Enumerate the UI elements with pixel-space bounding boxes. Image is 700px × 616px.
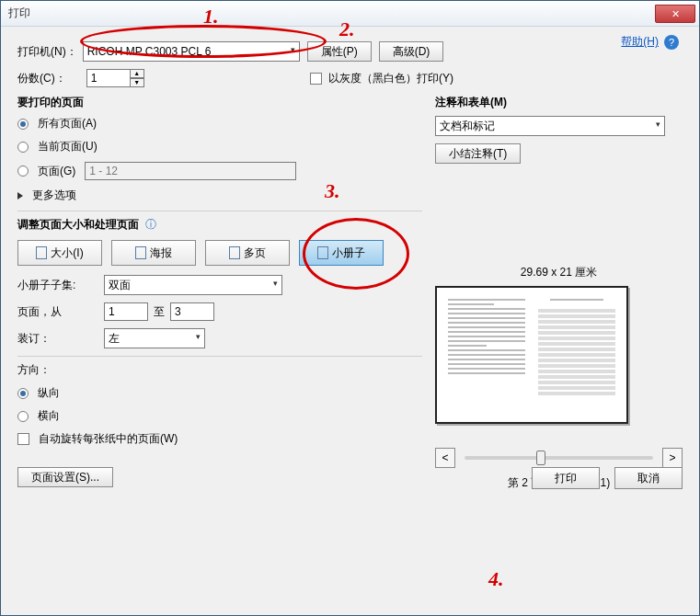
binding-select[interactable]: 左: [104, 328, 205, 348]
dialog-body: 帮助(H) ? 打印机(N)： RICOH MP C3003 PCL 6 属性(…: [1, 27, 699, 500]
comments-group: 注释和表单(M) 文档和标记 小结注释(T): [435, 95, 683, 164]
radio-all-row[interactable]: 所有页面(A): [17, 116, 422, 131]
left-column: 要打印的页面 所有页面(A) 当前页面(U) 页面(G) 1 - 12: [17, 95, 422, 491]
orient-label-row: 方向：: [17, 362, 422, 378]
printer-value: RICOH MP C3003 PCL 6: [87, 45, 212, 58]
binding-label: 装订：: [17, 331, 98, 347]
poster-icon: [135, 246, 146, 259]
next-page-button[interactable]: >: [662, 448, 683, 468]
spin-down[interactable]: ▼: [130, 78, 144, 87]
advanced-button[interactable]: 高级(D): [379, 41, 444, 62]
preview-right-page: [534, 295, 619, 415]
printer-row: 打印机(N)： RICOH MP C3003 PCL 6 属性(P) 高级(D): [17, 41, 683, 62]
grayscale-label: 以灰度（黑白色）打印(Y): [328, 72, 453, 85]
copies-label: 份数(C)：: [17, 71, 66, 86]
divider: [17, 211, 422, 211]
copies-spinner: ▲ ▼: [130, 69, 144, 87]
booklet-from-input[interactable]: 1: [104, 302, 148, 321]
divider2: [17, 356, 422, 357]
print-button[interactable]: 打印: [532, 467, 600, 489]
booklet-to-input[interactable]: 3: [170, 302, 214, 321]
more-options[interactable]: 更多选项: [17, 188, 422, 203]
help-link[interactable]: 帮助(H): [621, 34, 659, 50]
radio-current-label: 当前页面(U): [38, 139, 98, 154]
triangle-icon: [17, 192, 23, 200]
pages-to-print-group: 要打印的页面 所有页面(A) 当前页面(U) 页面(G) 1 - 12: [17, 95, 422, 203]
orient-portrait-label: 纵向: [38, 385, 60, 401]
more-options-label: 更多选项: [32, 188, 76, 203]
grayscale-option[interactable]: 以灰度（黑白色）打印(Y): [310, 71, 453, 86]
footer: 页面设置(S)... 打印 取消: [17, 467, 683, 489]
grayscale-checkbox[interactable]: [310, 73, 322, 85]
comments-title: 注释和表单(M): [435, 95, 683, 110]
auto-rotate-checkbox[interactable]: [17, 433, 29, 445]
prev-page-button[interactable]: <: [435, 448, 455, 468]
auto-rotate-label: 自动旋转每张纸中的页面(W): [39, 431, 178, 447]
close-button[interactable]: ✕: [655, 5, 695, 23]
spin-up[interactable]: ▲: [130, 69, 144, 78]
radio-landscape[interactable]: [17, 411, 29, 422]
right-column: 注释和表单(M) 文档和标记 小结注释(T) 29.69 x 21 厘米: [435, 95, 683, 491]
orient-landscape-row[interactable]: 横向: [17, 408, 422, 424]
cancel-button[interactable]: 取消: [614, 467, 683, 489]
resize-group: 调整页面大小和处理页面 ⓘ 大小(I) 海报 多页 小册子 小册子子集: 双面: [17, 217, 422, 348]
preview-sheet: [435, 286, 628, 424]
multi-icon: [229, 246, 240, 259]
tab-size[interactable]: 大小(I): [17, 240, 102, 266]
auto-rotate-row[interactable]: 自动旋转每张纸中的页面(W): [17, 431, 422, 447]
orientation-group: 方向： 纵向 横向 自动旋转每张纸中的页面(W): [17, 362, 422, 447]
help-icon[interactable]: ?: [664, 35, 679, 50]
tab-booklet[interactable]: 小册子: [299, 240, 384, 266]
radio-pages-label: 页面(G): [38, 164, 75, 179]
page-range-input[interactable]: 1 - 12: [85, 162, 296, 180]
preview-left-page: [444, 295, 529, 415]
comments-select[interactable]: 文档和标记: [435, 116, 665, 136]
size-icon: [36, 246, 47, 259]
summarize-comments-button[interactable]: 小结注释(T): [435, 143, 521, 164]
page-slider[interactable]: [465, 456, 653, 460]
footer-right: 打印 取消: [524, 467, 683, 489]
page-setup-button[interactable]: 页面设置(S)...: [17, 467, 113, 487]
columns: 要打印的页面 所有页面(A) 当前页面(U) 页面(G) 1 - 12: [17, 95, 683, 491]
binding-row: 装订： 左: [17, 328, 422, 348]
copies-row: 份数(C)： 1 ▲ ▼ 以灰度（黑白色）打印(Y): [17, 69, 683, 87]
booklet-to-label: 至: [154, 304, 165, 320]
booklet-subset-row: 小册子子集: 双面: [17, 275, 422, 295]
radio-current-row[interactable]: 当前页面(U): [17, 139, 422, 154]
preview-spread: [444, 295, 619, 415]
tab-poster[interactable]: 海报: [111, 240, 196, 266]
tabs: 大小(I) 海报 多页 小册子: [17, 240, 422, 266]
orient-landscape-label: 横向: [38, 408, 60, 424]
radio-all-label: 所有页面(A): [38, 116, 97, 131]
pages-group-title: 要打印的页面: [17, 95, 422, 110]
info-icon[interactable]: ⓘ: [145, 218, 156, 231]
printer-select[interactable]: RICOH MP C3003 PCL 6: [83, 41, 300, 62]
window-title: 打印: [8, 6, 655, 21]
paper-dimensions: 29.69 x 21 厘米: [435, 265, 683, 280]
tab-multi[interactable]: 多页: [205, 240, 290, 266]
resize-title: 调整页面大小和处理页面 ⓘ: [17, 217, 422, 233]
preview-area: 29.69 x 21 厘米: [435, 265, 683, 491]
radio-all[interactable]: [17, 119, 29, 130]
properties-button[interactable]: 属性(P): [307, 41, 372, 62]
booklet-subset-label: 小册子子集:: [17, 278, 98, 293]
titlebar: 打印 ✕: [1, 1, 699, 27]
preview-nav: < >: [435, 448, 683, 468]
booklet-pages-label: 页面，从: [17, 304, 98, 320]
radio-pages[interactable]: [17, 165, 29, 177]
radio-portrait[interactable]: [17, 388, 29, 399]
orient-label: 方向：: [17, 362, 51, 378]
printer-label: 打印机(N)：: [17, 44, 77, 60]
radio-pages-row[interactable]: 页面(G) 1 - 12: [17, 162, 422, 180]
booklet-pages-row: 页面，从 1 至 3: [17, 302, 422, 321]
radio-current[interactable]: [17, 142, 29, 153]
orient-portrait-row[interactable]: 纵向: [17, 385, 422, 401]
help-area: 帮助(H) ?: [621, 34, 679, 50]
slider-thumb[interactable]: [536, 451, 545, 465]
copies-input[interactable]: 1: [86, 69, 131, 87]
booklet-subset-select[interactable]: 双面: [104, 275, 282, 295]
booklet-icon: [317, 246, 328, 259]
print-dialog: 打印 ✕ 帮助(H) ? 打印机(N)： RICOH MP C3003 PCL …: [0, 0, 700, 616]
annotation-4: 4.: [488, 567, 504, 591]
